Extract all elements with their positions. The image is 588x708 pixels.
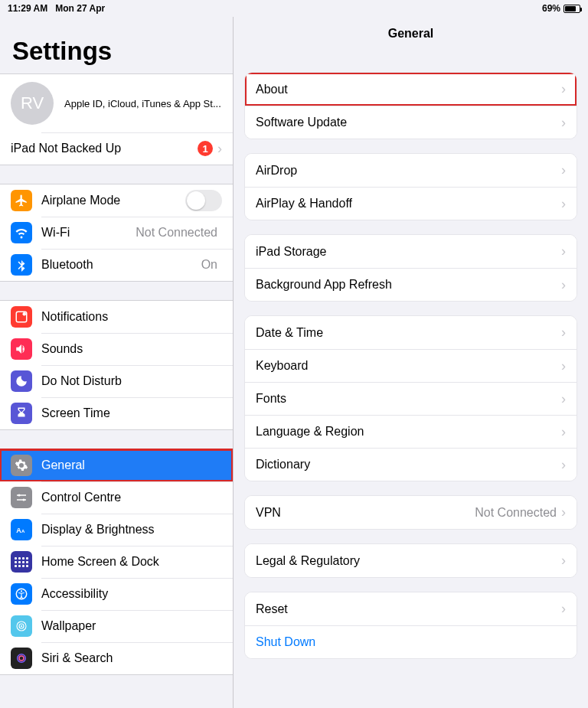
general-fonts-row[interactable]: Fonts › — [245, 382, 577, 415]
settings-sidebar: Settings RV Apple ID, iCloud, iTunes & A… — [0, 17, 234, 708]
general-dictionary-row[interactable]: Dictionary › — [245, 448, 577, 481]
svg-rect-5 — [17, 499, 26, 501]
battery-icon — [564, 5, 580, 13]
accessibility-icon — [11, 583, 32, 605]
general-about-row[interactable]: About › — [245, 73, 577, 106]
chevron-right-icon: › — [561, 504, 566, 520]
sidebar-item-wifi[interactable]: Wi-Fi Not Connected — [0, 217, 233, 249]
sidebar-item-sounds[interactable]: Sounds — [0, 333, 233, 365]
chevron-right-icon: › — [561, 81, 566, 97]
wallpaper-icon — [11, 615, 32, 637]
svg-point-1 — [23, 312, 27, 316]
apple-id-row[interactable]: RV Apple ID, iCloud, iTunes & App St... — [0, 74, 233, 132]
chevron-right-icon: › — [561, 391, 566, 407]
apple-id-subtitle: Apple ID, iCloud, iTunes & App St... — [64, 98, 222, 109]
svg-text:A: A — [16, 527, 21, 534]
status-bar: 11:29 AM Mon 27 Apr 69% — [0, 0, 588, 17]
siri-icon — [11, 648, 32, 669]
chevron-right-icon: › — [561, 358, 566, 374]
text-size-icon: AA — [11, 519, 32, 540]
detail-title: General — [234, 17, 588, 51]
general-datetime-row[interactable]: Date & Time › — [245, 316, 577, 349]
chevron-right-icon: › — [561, 601, 566, 617]
sidebar-item-bluetooth[interactable]: Bluetooth On — [0, 249, 233, 281]
wifi-value: Not Connected — [136, 226, 217, 240]
general-shutdown-row[interactable]: Shut Down — [245, 625, 577, 658]
sidebar-item-airplane[interactable]: Airplane Mode — [0, 184, 233, 217]
status-time: 11:29 AM — [8, 3, 47, 14]
general-bg-refresh-row[interactable]: Background App Refresh › — [245, 268, 577, 301]
bluetooth-icon — [11, 254, 32, 276]
status-date: Mon 27 Apr — [55, 3, 105, 14]
sidebar-item-dnd[interactable]: Do Not Disturb — [0, 365, 233, 397]
airplane-toggle[interactable] — [185, 190, 222, 211]
sidebar-item-accessibility[interactable]: Accessibility — [0, 578, 233, 610]
notifications-icon — [11, 306, 32, 328]
chevron-right-icon: › — [561, 457, 566, 473]
svg-point-12 — [21, 625, 22, 627]
sidebar-item-wallpaper[interactable]: Wallpaper — [0, 610, 233, 642]
moon-icon — [11, 370, 32, 392]
bluetooth-value: On — [201, 258, 217, 272]
sidebar-item-notifications[interactable]: Notifications — [0, 301, 233, 333]
general-reset-row[interactable]: Reset › — [245, 592, 577, 625]
chevron-right-icon: › — [561, 243, 566, 259]
page-title: Settings — [0, 17, 233, 73]
sidebar-item-screentime[interactable]: Screen Time — [0, 397, 233, 429]
chevron-right-icon: › — [561, 196, 566, 212]
detail-pane: General About › Software Update › AirDro… — [234, 17, 588, 708]
chevron-right-icon: › — [561, 325, 566, 341]
chevron-right-icon: › — [561, 277, 566, 293]
airplane-icon — [11, 190, 32, 211]
sliders-icon — [11, 487, 32, 508]
backup-warning-row[interactable]: iPad Not Backed Up 1 › — [0, 132, 233, 165]
hourglass-icon — [11, 403, 32, 424]
chevron-right-icon: › — [561, 162, 566, 178]
vpn-value: Not Connected — [475, 506, 557, 520]
general-software-update-row[interactable]: Software Update › — [245, 106, 577, 139]
svg-point-14 — [19, 656, 24, 661]
avatar: RV — [11, 82, 54, 125]
chevron-right-icon: › — [217, 141, 222, 157]
chevron-right-icon: › — [561, 424, 566, 440]
sidebar-item-siri[interactable]: Siri & Search — [0, 642, 233, 674]
wifi-icon — [11, 222, 32, 243]
general-storage-row[interactable]: iPad Storage › — [245, 235, 577, 268]
general-keyboard-row[interactable]: Keyboard › — [245, 349, 577, 382]
backup-badge: 1 — [198, 141, 213, 156]
general-airdrop-row[interactable]: AirDrop › — [245, 154, 577, 187]
grid-icon — [11, 551, 32, 573]
general-language-row[interactable]: Language & Region › — [245, 415, 577, 448]
general-vpn-row[interactable]: VPN Not Connected › — [245, 496, 577, 529]
sounds-icon — [11, 338, 32, 360]
chevron-right-icon: › — [561, 115, 566, 131]
gear-icon — [11, 455, 32, 476]
general-legal-row[interactable]: Legal & Regulatory › — [245, 544, 577, 577]
sidebar-item-control-centre[interactable]: Control Centre — [0, 481, 233, 514]
status-battery-text: 69% — [542, 3, 560, 14]
sidebar-item-homescreen[interactable]: Home Screen & Dock — [0, 546, 233, 578]
svg-point-9 — [21, 590, 22, 592]
svg-text:A: A — [21, 529, 25, 533]
sidebar-item-display[interactable]: AA Display & Brightness — [0, 514, 233, 546]
general-airplay-row[interactable]: AirPlay & Handoff › — [245, 187, 577, 220]
sidebar-item-general[interactable]: General — [0, 449, 233, 481]
chevron-right-icon: › — [561, 553, 566, 569]
svg-rect-3 — [17, 494, 26, 496]
